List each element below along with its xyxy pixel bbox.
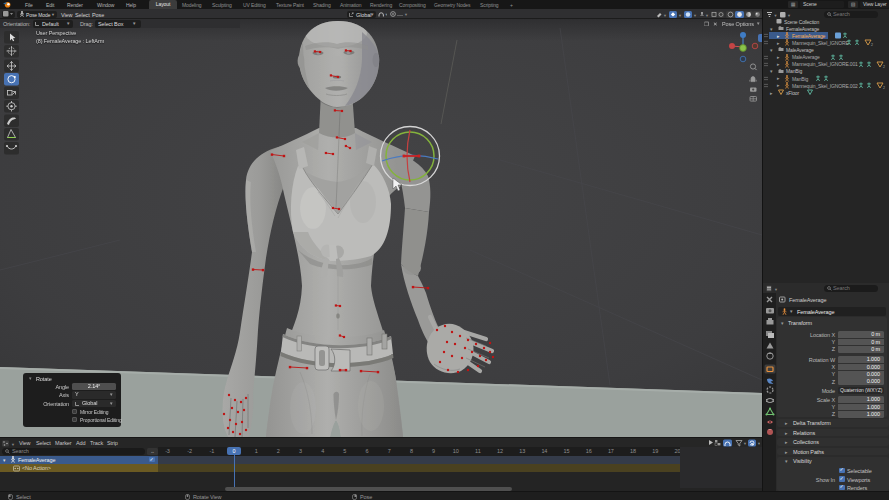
- svg-text:▼: ▼: [693, 12, 697, 17]
- svg-text:▼: ▼: [678, 12, 682, 17]
- svg-text:▼: ▼: [705, 12, 709, 17]
- svg-text:▼: ▼: [743, 441, 747, 446]
- svg-text:▼: ▼: [757, 441, 760, 446]
- svg-text:▼: ▼: [774, 287, 778, 292]
- svg-text:▼: ▼: [404, 12, 408, 17]
- svg-text:▼: ▼: [663, 12, 667, 17]
- svg-text:▼: ▼: [385, 12, 388, 17]
